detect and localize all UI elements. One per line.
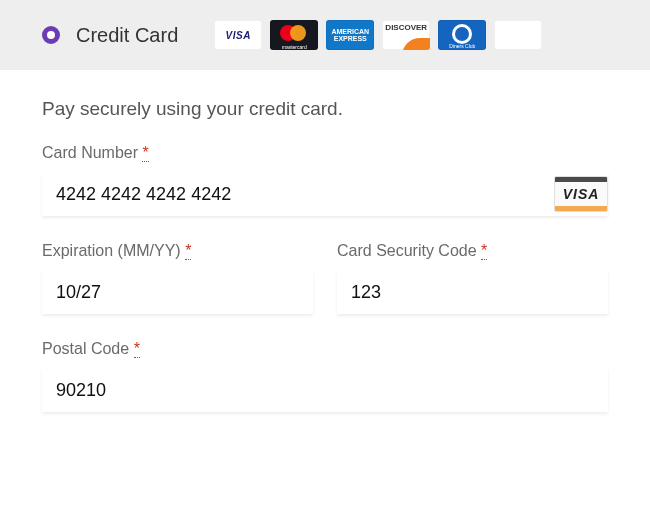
expiration-label: Expiration (MM/YY) * [42,242,313,260]
required-mark: * [134,340,140,358]
csc-input[interactable] [337,270,608,314]
credit-card-radio[interactable] [42,26,60,44]
expiration-input[interactable] [42,270,313,314]
payment-method-header[interactable]: Credit Card VISA mastercard AMERICANEXPR… [0,0,650,70]
diners-icon: Diners Club [438,20,486,50]
jcb-icon [494,20,542,50]
payment-form: Pay securely using your credit card. Car… [0,70,650,478]
postal-code-input[interactable] [42,368,608,412]
required-mark: * [142,144,148,162]
accepted-card-logos: VISA mastercard AMERICANEXPRESS DISCOVER… [214,20,542,50]
detected-card-brand-icon: VISA [554,176,608,212]
mastercard-icon: mastercard [270,20,318,50]
visa-icon: VISA [214,20,262,50]
amex-icon: AMERICANEXPRESS [326,20,374,50]
postal-code-label: Postal Code * [42,340,608,358]
discover-icon: DISCOVER [382,20,430,50]
form-subtitle: Pay securely using your credit card. [42,98,608,120]
required-mark: * [185,242,191,260]
card-number-label: Card Number * [42,144,608,162]
csc-label: Card Security Code * [337,242,608,260]
card-number-input[interactable] [42,172,608,216]
payment-method-panel: Credit Card VISA mastercard AMERICANEXPR… [0,0,650,478]
payment-method-title: Credit Card [76,24,178,47]
required-mark: * [481,242,487,260]
